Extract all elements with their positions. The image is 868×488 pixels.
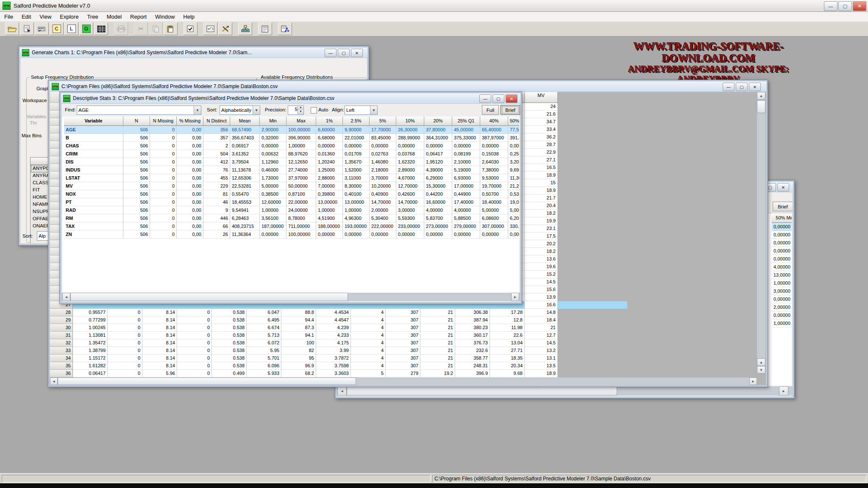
table-cell[interactable]: 20.34 xyxy=(490,362,525,370)
stats-cell[interactable]: 24,00000 xyxy=(287,206,316,214)
stats-column-header[interactable]: 20% xyxy=(424,116,452,126)
stats-cell[interactable]: 356,67403 xyxy=(230,134,260,142)
stats-cell[interactable]: 11,36364 xyxy=(230,230,260,238)
table-cell[interactable]: 87.3 xyxy=(281,324,316,332)
stats-cell[interactable]: 2,89000 xyxy=(396,166,424,174)
table-cell[interactable]: 5 xyxy=(351,370,386,377)
stats-cell[interactable]: 0,00000 xyxy=(452,142,480,150)
mv-cell[interactable]: 21.7 xyxy=(525,194,558,202)
find-select[interactable]: AGE▼ xyxy=(77,105,201,115)
stats-cell[interactable]: 2 xyxy=(203,142,230,150)
stats-cell[interactable]: 1,25000 xyxy=(316,166,343,174)
table-cell[interactable]: 18.35 xyxy=(490,355,525,362)
stats-column-header[interactable]: N Missing xyxy=(150,116,177,126)
column-header-mv[interactable]: MV xyxy=(525,92,558,103)
stats-cell[interactable]: 506 xyxy=(123,158,150,166)
stats-cell[interactable]: 81 xyxy=(203,190,230,198)
stats-cell[interactable]: 0,00000 xyxy=(316,142,343,150)
table-cell[interactable]: 11.98 xyxy=(490,324,525,332)
tree-network-icon[interactable] xyxy=(238,22,252,35)
stats-column-header[interactable]: 10% xyxy=(396,116,424,126)
stats2-close-button[interactable]: ✕ xyxy=(777,183,789,191)
stats-cell[interactable]: 506 xyxy=(123,126,150,134)
stats-cell[interactable]: 6,28463 xyxy=(230,214,260,222)
gc-close-button[interactable]: ✕ xyxy=(351,49,363,57)
table-cell[interactable]: 307 xyxy=(386,332,420,339)
stats-cell[interactable]: 22,53281 xyxy=(230,182,260,190)
stats-cell[interactable]: 13,00000 xyxy=(343,198,370,206)
stats-cell[interactable]: 0,00 xyxy=(177,214,203,222)
stats2-cell[interactable]: 0,00000 xyxy=(772,311,792,319)
stats-column-header[interactable]: 1% xyxy=(316,116,343,126)
table-cell[interactable]: 0.499 xyxy=(212,370,247,377)
menu-item-file[interactable]: File xyxy=(0,12,17,22)
mv-cell[interactable]: 18.9 xyxy=(525,172,558,179)
table-cell[interactable]: 4.4547 xyxy=(316,316,351,324)
row-number-cell[interactable]: 33 xyxy=(50,347,73,355)
stats-cell[interactable]: 5,59300 xyxy=(396,214,424,222)
stats-cell[interactable]: 0,01360 xyxy=(316,150,343,158)
full-button[interactable]: Full xyxy=(482,105,499,115)
stats-cell[interactable]: 506 xyxy=(123,142,150,150)
table-cell[interactable]: 0.538 xyxy=(212,316,247,324)
stats-cell[interactable]: 506 xyxy=(123,174,150,182)
stats-cell[interactable]: 0,00000 xyxy=(370,142,396,150)
table-cell[interactable]: 0.538 xyxy=(212,339,247,347)
stats-cell[interactable]: 1,00000 xyxy=(316,206,343,214)
data-grid-icon[interactable] xyxy=(94,22,108,35)
table-cell[interactable]: 5.701 xyxy=(247,355,281,362)
stats-cell[interactable]: 6,29000 xyxy=(424,174,452,182)
table-cell[interactable]: 358.77 xyxy=(455,355,490,362)
table-cell[interactable]: 8.14 xyxy=(142,355,177,362)
table-cell[interactable]: 0 xyxy=(108,355,142,362)
variable-name-cell[interactable]: PT xyxy=(64,198,123,206)
stats2-cell[interactable]: 4,00000 xyxy=(772,263,792,271)
stats-cell[interactable]: 5,30400 xyxy=(370,214,396,222)
stats-cell[interactable]: 0 xyxy=(150,134,177,142)
stats-cell[interactable]: 0,39800 xyxy=(316,190,343,198)
row-number-cell[interactable]: 31 xyxy=(50,332,73,339)
table-cell[interactable]: 0.77299 xyxy=(73,316,108,324)
mv-cell[interactable]: 20.4 xyxy=(525,202,558,210)
stats-cell[interactable]: 1,46080 xyxy=(370,158,396,166)
stats-column-header[interactable]: 40% xyxy=(480,116,508,126)
table-cell[interactable]: 0 xyxy=(108,339,142,347)
table-cell[interactable]: 22.6 xyxy=(490,332,525,339)
stats3-restore-button[interactable]: ▢ xyxy=(492,94,504,103)
stats-cell[interactable]: 0,00 xyxy=(177,182,203,190)
table-cell[interactable]: 0.538 xyxy=(212,347,247,355)
mv-cell[interactable]: 16.5 xyxy=(525,164,558,172)
menu-item-view[interactable]: View xyxy=(35,12,56,22)
stats-cell[interactable]: 27,74000 xyxy=(287,166,316,174)
stats-cell[interactable]: 1,12960 xyxy=(260,158,287,166)
stats-cell[interactable]: 4,96300 xyxy=(343,214,370,222)
stats-cell[interactable]: 506 xyxy=(123,222,150,230)
variable-name-cell[interactable]: AGE xyxy=(64,126,123,134)
stats-cell[interactable]: 12,12650 xyxy=(287,158,316,166)
stats-cell[interactable]: 0,00 xyxy=(177,150,203,158)
mv-cell[interactable]: 15.2 xyxy=(525,271,558,278)
table-cell[interactable]: 8.14 xyxy=(142,332,177,339)
stats-cell[interactable]: 0,15038 xyxy=(480,150,508,158)
stats-cell[interactable]: 0 xyxy=(150,222,177,230)
table-cell[interactable]: 307 xyxy=(386,309,420,316)
boston-minimize-button[interactable]: — xyxy=(723,83,734,91)
stats-cell[interactable]: 5,88500 xyxy=(452,214,480,222)
stats-cell[interactable]: 37,97000 xyxy=(287,174,316,182)
mv-cell[interactable]: 18.2 xyxy=(525,210,558,217)
stats-cell[interactable]: 17,40000 xyxy=(452,198,480,206)
gc-minimize-button[interactable]: — xyxy=(325,49,337,57)
variable-name-cell[interactable]: MV xyxy=(64,182,123,190)
table-cell[interactable]: 4 xyxy=(351,309,386,316)
stats-cell[interactable]: 288,99000 xyxy=(396,134,424,142)
stats-cell[interactable]: 0 xyxy=(150,182,177,190)
stats-cell[interactable]: 0,00000 xyxy=(343,142,370,150)
stats-cell[interactable]: 9,69000 xyxy=(508,166,519,174)
mv-cell[interactable]: 13.1 xyxy=(525,355,558,362)
stats-cell[interactable]: 0,50700 xyxy=(480,190,508,198)
command-log-icon[interactable] xyxy=(35,22,49,35)
table-cell[interactable]: 12.8 xyxy=(490,316,525,324)
stats-cell[interactable]: 0,40900 xyxy=(370,190,396,198)
v-scrollbar-track[interactable] xyxy=(757,92,765,374)
stats-cell[interactable]: 279,00000 xyxy=(452,222,480,230)
